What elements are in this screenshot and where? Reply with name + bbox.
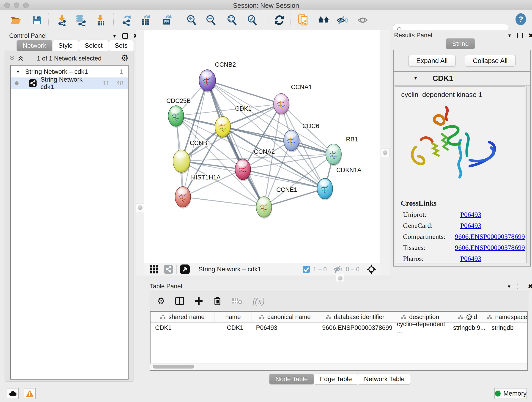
crosslink-value-link[interactable]: P06493 bbox=[460, 255, 481, 262]
table-options-gear-icon[interactable]: ⚙ bbox=[157, 297, 165, 305]
network-edge-CCNA2-HIST1H1A[interactable] bbox=[183, 169, 243, 197]
network-view-icon[interactable] bbox=[164, 264, 173, 274]
tab-network[interactable]: Network bbox=[17, 40, 52, 51]
cloud-status-button[interactable] bbox=[7, 388, 19, 399]
memory-button[interactable]: Memory bbox=[494, 388, 527, 399]
right-splitter-handle[interactable] bbox=[381, 148, 389, 157]
zoom-in-icon[interactable] bbox=[186, 14, 197, 26]
table-cell[interactable]: P06493 bbox=[251, 322, 317, 333]
tab-network-table[interactable]: Network Table bbox=[358, 374, 411, 385]
zoom-selected-icon[interactable] bbox=[247, 14, 258, 26]
column-header-name[interactable]: name bbox=[215, 312, 252, 322]
network-edge-HIST1H1A-CCNE1[interactable] bbox=[183, 197, 264, 207]
network-options-gear-icon[interactable]: ⚙ bbox=[121, 54, 128, 62]
export-image-icon[interactable] bbox=[161, 14, 173, 26]
fit-selected-crosshair-icon[interactable] bbox=[366, 264, 377, 274]
show-graphics-details-icon[interactable] bbox=[357, 14, 369, 26]
table-cell[interactable]: CDK1 bbox=[151, 322, 214, 333]
network-edge-CCNB2-CCNE1[interactable] bbox=[207, 80, 264, 207]
network-collection-row[interactable]: ▼ String Network – cdk1 1 bbox=[11, 66, 128, 77]
control-panel-float-icon[interactable] bbox=[122, 33, 128, 39]
table-cell[interactable]: stringdb bbox=[487, 322, 527, 333]
grid-view-icon[interactable] bbox=[150, 264, 159, 274]
gene-expander-icon[interactable]: ▼ bbox=[413, 75, 418, 81]
results-panel-float-icon[interactable] bbox=[517, 33, 523, 38]
gene-header[interactable]: ▼ CDK1 bbox=[394, 72, 530, 85]
expand-all-button[interactable]: Expand All bbox=[408, 55, 456, 67]
zoom-fit-icon[interactable] bbox=[226, 14, 238, 26]
hidden-eye-icon[interactable] bbox=[333, 265, 343, 274]
delete-column-icon[interactable] bbox=[213, 296, 222, 306]
results-panel-close-icon[interactable]: ✖ bbox=[528, 32, 532, 39]
show-columns-icon[interactable] bbox=[175, 296, 184, 306]
crosslink-value-link[interactable]: 9606.ENSP00000378699 bbox=[455, 233, 525, 240]
table-panel-collapse-icon[interactable]: ▼ bbox=[507, 284, 511, 289]
network-edge-CCNA2-CDKN1A[interactable] bbox=[243, 169, 325, 189]
hide-selected-icon[interactable] bbox=[336, 14, 348, 26]
table-cell[interactable]: 9606.ENSP00000378699 bbox=[317, 322, 392, 333]
crosslink-value-link[interactable]: 9606.ENSP00000378699 bbox=[455, 244, 525, 251]
table-panel-float-icon[interactable] bbox=[517, 284, 522, 289]
table-cell[interactable]: stringdb:9... bbox=[449, 322, 487, 333]
horizontal-splitter-handle[interactable] bbox=[336, 274, 344, 282]
tab-select[interactable]: Select bbox=[79, 40, 109, 51]
column-header-database-identifier[interactable]: database identifier bbox=[318, 312, 392, 322]
control-panel-collapse-icon[interactable]: ▼ bbox=[112, 33, 117, 39]
zoom-out-icon[interactable] bbox=[205, 14, 217, 26]
tab-style[interactable]: Style bbox=[52, 40, 79, 51]
tree-column-icon bbox=[259, 314, 265, 319]
warning-status-button[interactable] bbox=[24, 388, 36, 399]
help-icon[interactable]: ? bbox=[515, 13, 526, 25]
tab-edge-table[interactable]: Edge Table bbox=[314, 374, 358, 385]
main-toolbar: ? bbox=[0, 10, 532, 30]
import-network-database-icon[interactable] bbox=[75, 14, 86, 26]
first-neighbors-icon[interactable] bbox=[318, 14, 329, 26]
column-header-shared-name[interactable]: shared name bbox=[151, 312, 215, 322]
birds-eye-view-icon[interactable] bbox=[180, 264, 190, 274]
export-table-icon[interactable] bbox=[140, 14, 152, 26]
table-panel-close-icon[interactable]: ✖ bbox=[528, 283, 532, 290]
tab-sets[interactable]: Sets bbox=[109, 40, 134, 51]
import-network-file-icon[interactable] bbox=[56, 14, 68, 26]
table-cell[interactable]: CDK1 bbox=[214, 322, 251, 333]
column-header-namespace[interactable]: namespace bbox=[487, 312, 527, 322]
tab-node-table[interactable]: Node Table bbox=[269, 374, 314, 385]
selected-checkbox-icon[interactable] bbox=[302, 265, 310, 273]
clone-network-icon[interactable] bbox=[298, 14, 309, 26]
network-canvas[interactable]: CCNB2CCNA1CDC25BCDK1CDC6RB1CCNB1CCNA2CDK… bbox=[144, 30, 380, 263]
left-splitter[interactable] bbox=[136, 30, 144, 281]
network-graph[interactable]: CCNB2CCNA1CDC25BCDK1CDC6RB1CCNB1CCNA2CDK… bbox=[144, 30, 380, 263]
toolbar-separator bbox=[48, 13, 49, 27]
table-header-row: shared namenamecanonical namedatabase id… bbox=[151, 312, 527, 322]
table-row[interactable]: CDK1CDK1P064939606.ENSP00000378699cyclin… bbox=[151, 322, 527, 333]
column-header-@id[interactable]: @id bbox=[448, 312, 487, 322]
collection-expander-icon[interactable]: ▼ bbox=[16, 69, 20, 74]
network-row[interactable]: String Network – cdk1 11 48 bbox=[11, 77, 128, 89]
node-label-CDK1: CDK1 bbox=[235, 105, 252, 112]
refresh-layout-icon[interactable] bbox=[273, 14, 285, 26]
collapse-all-button[interactable]: Collapse All bbox=[465, 55, 516, 67]
results-panel-collapse-icon[interactable]: ▼ bbox=[507, 33, 512, 38]
save-session-icon[interactable] bbox=[31, 14, 43, 26]
gene-symbol: CDK1 bbox=[433, 74, 453, 83]
export-network-icon[interactable] bbox=[121, 14, 133, 26]
network-view-toolbar: String Network – cdk1 1 – 0 0 – 0 bbox=[144, 263, 380, 276]
results-scrollbar[interactable] bbox=[526, 86, 530, 263]
table-cell[interactable]: cyclin–dependent ... bbox=[393, 322, 449, 333]
table-horizontal-scrollbar[interactable] bbox=[150, 364, 527, 370]
open-session-icon[interactable] bbox=[10, 14, 22, 26]
network-edge-CCNB2-CCNA1[interactable] bbox=[207, 80, 281, 104]
function-builder-icon[interactable]: f(x) bbox=[253, 296, 265, 306]
table-toolbar: ⚙ f(x) bbox=[150, 292, 529, 310]
left-splitter-handle[interactable] bbox=[136, 203, 145, 212]
delete-table-icon[interactable] bbox=[232, 297, 242, 305]
network-list-panel: 1 of 1 Network selected ⚙ ▼ String Netwo… bbox=[5, 51, 134, 382]
crosslink-value-link[interactable]: P06493 bbox=[460, 222, 481, 230]
column-header-canonical-name[interactable]: canonical name bbox=[252, 312, 318, 322]
right-splitter[interactable] bbox=[380, 30, 390, 281]
table-scrollbar-thumb[interactable] bbox=[153, 365, 194, 369]
add-column-icon[interactable] bbox=[194, 297, 203, 305]
crosslink-value-link[interactable]: P06493 bbox=[460, 211, 481, 218]
tab-string-results[interactable]: String bbox=[446, 38, 475, 49]
import-table-file-icon[interactable] bbox=[95, 14, 106, 26]
